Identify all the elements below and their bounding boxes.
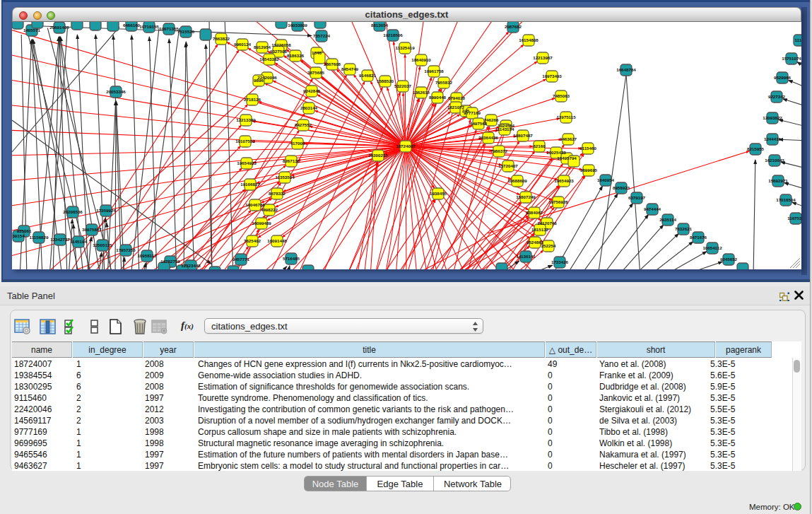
svg-text:11325419: 11325419	[395, 45, 415, 50]
svg-text:1588520: 1588520	[377, 78, 394, 83]
svg-text:8471676: 8471676	[690, 235, 707, 240]
svg-text:1640954: 1640954	[597, 177, 615, 182]
svg-text:10958117: 10958117	[137, 253, 157, 258]
svg-text:12213369: 12213369	[236, 117, 256, 122]
svg-text:9699695: 9699695	[580, 168, 598, 173]
svg-text:9896: 9896	[254, 78, 264, 83]
svg-text:2935114: 2935114	[659, 217, 676, 222]
svg-text:15226058: 15226058	[271, 42, 291, 47]
svg-text:39154: 39154	[12, 233, 25, 238]
svg-text:2867608: 2867608	[324, 62, 341, 66]
svg-text:11156829: 11156829	[30, 235, 49, 240]
svg-text:9457771: 9457771	[233, 257, 250, 262]
svg-text:8215955: 8215955	[747, 146, 765, 151]
svg-text:10719155: 10719155	[139, 24, 159, 29]
svg-text:20053346: 20053346	[106, 89, 126, 94]
svg-text:20364436: 20364436	[478, 135, 498, 140]
svg-text:9463627: 9463627	[560, 136, 577, 141]
svg-text:10688609: 10688609	[507, 178, 527, 183]
svg-text:15807249: 15807249	[516, 194, 536, 199]
svg-text:5716485: 5716485	[283, 256, 300, 261]
svg-text:7986372: 7986372	[490, 148, 508, 153]
svg-text:10807487: 10807487	[513, 133, 533, 138]
svg-text:1815132: 1815132	[531, 227, 549, 232]
svg-text:16648784: 16648784	[616, 67, 636, 72]
svg-text:1938455: 1938455	[430, 191, 447, 196]
svg-text:1405571: 1405571	[23, 28, 41, 33]
svg-text:10671355: 10671355	[159, 26, 179, 31]
svg-text:16033809: 16033809	[288, 23, 307, 28]
svg-text:1244415: 1244415	[764, 136, 782, 141]
svg-text:17359924: 17359924	[96, 208, 116, 213]
svg-text:7625402: 7625402	[244, 238, 261, 243]
svg-text:8813054: 8813054	[371, 23, 389, 28]
svg-text:62160: 62160	[533, 144, 546, 148]
svg-text:9529966: 9529966	[774, 75, 792, 80]
svg-text:8678332: 8678332	[269, 191, 286, 196]
svg-text:12093822: 12093822	[763, 115, 782, 120]
svg-text:10961758: 10961758	[424, 69, 444, 74]
svg-text:30975867: 30975867	[82, 227, 102, 232]
svg-text:11143174: 11143174	[495, 127, 514, 132]
svg-text:18640910: 18640910	[411, 57, 431, 62]
svg-text:16120746: 16120746	[537, 221, 557, 226]
svg-text:15751074: 15751074	[782, 56, 801, 61]
svg-text:1362615: 1362615	[413, 90, 430, 95]
svg-text:9474444: 9474444	[644, 206, 661, 211]
svg-text:7632621: 7632621	[675, 226, 693, 231]
svg-text:6379197: 6379197	[628, 195, 646, 200]
svg-text:2087682: 2087682	[505, 24, 522, 29]
svg-text:417006: 417006	[290, 141, 305, 146]
svg-text:16154808: 16154808	[519, 37, 539, 42]
svg-text:9146821: 9146821	[359, 73, 377, 78]
svg-text:20206536: 20206536	[63, 209, 83, 214]
svg-text:19166827: 19166827	[240, 182, 260, 187]
svg-text:6794028: 6794028	[448, 95, 466, 100]
svg-text:16099489: 16099489	[252, 221, 271, 226]
svg-text:16091448: 16091448	[267, 238, 287, 243]
svg-text:1145194: 1145194	[70, 239, 87, 244]
svg-text:9384067: 9384067	[526, 210, 543, 215]
svg-text:12975115: 12975115	[556, 115, 576, 119]
svg-text:1546: 1546	[312, 50, 322, 55]
svg-text:6466160: 6466160	[123, 23, 141, 28]
svg-text:20691406: 20691406	[49, 25, 69, 30]
svg-text:25300215: 25300215	[368, 153, 388, 158]
svg-text:7663822: 7663822	[213, 36, 230, 41]
svg-text:9327508: 9327508	[270, 49, 288, 54]
svg-text:7515526: 7515526	[177, 29, 195, 34]
svg-text:16210643: 16210643	[765, 158, 784, 163]
svg-text:8912954: 8912954	[254, 45, 271, 49]
svg-text:10654112: 10654112	[702, 245, 722, 250]
svg-text:17016504: 17016504	[776, 197, 796, 202]
svg-text:9115460: 9115460	[579, 146, 596, 151]
svg-text:9960124: 9960124	[234, 42, 252, 47]
svg-text:8990448: 8990448	[429, 95, 447, 100]
svg-text:9227342: 9227342	[768, 94, 786, 99]
svg-text:17957255: 17957255	[116, 247, 136, 252]
svg-text:2718126: 2718126	[244, 97, 261, 102]
svg-text:8186328: 8186328	[287, 53, 305, 58]
svg-text:10025433: 10025433	[546, 150, 566, 155]
svg-text:16543382: 16543382	[259, 57, 279, 62]
svg-text:16495794: 16495794	[557, 156, 577, 160]
svg-text:3875685: 3875685	[307, 70, 325, 75]
svg-text:7955812: 7955812	[435, 80, 453, 85]
svg-text:11353594: 11353594	[275, 175, 295, 180]
svg-text:1167533: 1167533	[787, 216, 801, 221]
svg-text:1117: 1117	[794, 37, 801, 42]
svg-text:8454749: 8454749	[341, 66, 359, 71]
svg-text:9245652: 9245652	[720, 257, 738, 262]
svg-text:19756928: 19756928	[548, 199, 568, 204]
svg-text:9777169: 9777169	[464, 110, 481, 115]
svg-text:12213967: 12213967	[533, 55, 553, 60]
svg-text:15692971: 15692971	[768, 178, 788, 183]
svg-text:12505135: 12505135	[93, 243, 112, 247]
svg-text:16782759: 16782759	[160, 259, 180, 264]
svg-text:1733426: 1733426	[551, 259, 569, 264]
svg-text:10107552: 10107552	[235, 139, 255, 144]
svg-text:18724007: 18724007	[396, 144, 416, 148]
svg-text:10046788: 10046788	[245, 202, 265, 207]
svg-text:4498222: 4498222	[261, 207, 278, 212]
svg-text:19218506: 19218506	[383, 33, 403, 37]
